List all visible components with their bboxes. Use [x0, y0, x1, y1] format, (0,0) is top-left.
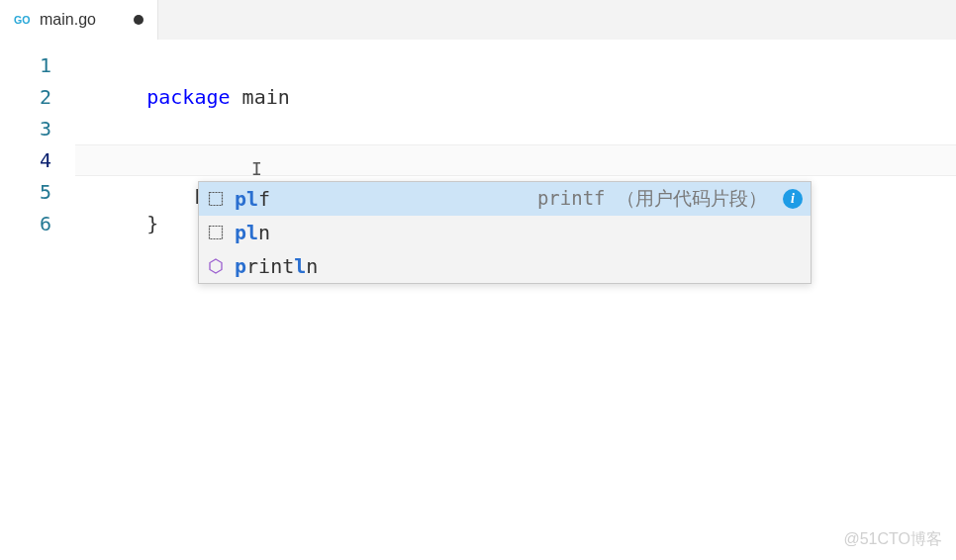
suggest-item[interactable]: pln [199, 216, 811, 249]
line-gutter: 1 2 3 4 5 6 [0, 40, 75, 560]
line-number: 1 [0, 49, 51, 81]
autocomplete-popup: plf printf （用户代码片段） i pln println [198, 181, 812, 284]
code-line [75, 81, 956, 113]
code-line: func main() { [75, 113, 956, 144]
line-number: 3 [0, 113, 51, 144]
svg-text:GO: GO [14, 14, 31, 26]
suggest-item[interactable]: println [199, 249, 811, 283]
editor-tab[interactable]: GO main.go [0, 0, 158, 40]
line-number: 2 [0, 81, 51, 113]
suggest-item[interactable]: plf printf （用户代码片段） i [199, 182, 811, 216]
suggest-label: pln [235, 221, 270, 244]
tab-filename: main.go [40, 11, 96, 29]
code-area[interactable]: package main func main() { pl I } [75, 40, 956, 560]
method-icon [207, 257, 225, 275]
watermark: @51CTO博客 [843, 529, 942, 550]
dirty-indicator-icon [134, 15, 143, 25]
svg-rect-1 [210, 193, 223, 206]
line-number: 6 [0, 208, 51, 239]
line-number: 5 [0, 176, 51, 208]
suggest-label: println [235, 254, 318, 278]
editor: 1 2 3 4 5 6 package main func main() { p… [0, 40, 956, 560]
tab-bar: GO main.go [0, 0, 956, 40]
line-number-current: 4 [0, 144, 51, 176]
code-line-current: pl I [75, 144, 956, 176]
info-icon[interactable]: i [783, 189, 803, 209]
go-file-icon: GO [14, 11, 32, 29]
suggest-detail: printf （用户代码片段） [537, 186, 767, 212]
svg-rect-2 [210, 227, 223, 239]
code-line: package main [75, 49, 956, 81]
suggest-label: plf [235, 187, 270, 211]
snippet-icon [207, 224, 225, 241]
snippet-icon [207, 190, 225, 208]
